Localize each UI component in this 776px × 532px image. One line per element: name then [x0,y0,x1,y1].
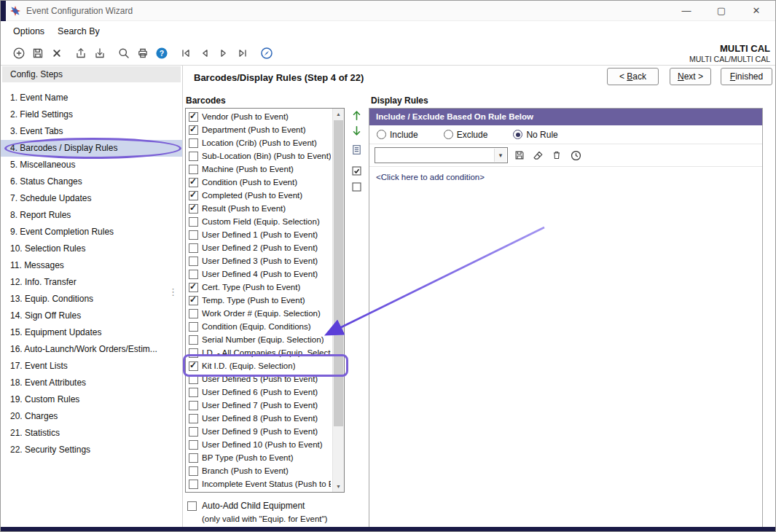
display-rule-radio[interactable]: Exclude [444,130,488,140]
barcode-checkbox[interactable] [189,388,198,397]
sidebar-step-item[interactable]: 4. Barcodes / Display Rules [1,140,182,157]
barcode-checkbox[interactable] [189,361,198,371]
barcode-checkbox[interactable] [189,348,198,358]
radio-circle[interactable] [377,130,386,139]
sidebar-step-item[interactable]: 21. Statistics [1,425,182,442]
uncheck-all-icon[interactable] [350,181,363,193]
barcode-checkbox[interactable] [189,230,198,240]
sidebar-step-item[interactable]: 12. Info. Transfer [1,274,182,291]
move-up-icon[interactable] [350,109,363,122]
barcode-list-item[interactable]: Machine (Push to Event) [187,163,331,176]
barcode-list-item[interactable]: User Defined 1 (Push to Event) [187,228,331,241]
notes-icon[interactable] [350,144,363,156]
add-icon[interactable] [9,44,28,63]
barcode-list-item[interactable]: User Defined 9 (Push to Event) [187,425,331,438]
delete-icon[interactable] [47,44,66,63]
rule-history-clock-icon[interactable] [569,149,582,162]
barcode-list-item[interactable]: Department (Push to Event) [187,123,331,136]
next-record-icon[interactable] [214,44,233,63]
barcode-checkbox[interactable] [189,270,198,279]
help-icon[interactable]: ? [152,44,171,63]
auto-add-checkbox[interactable] [187,501,197,511]
barcode-checkbox[interactable] [189,112,198,122]
back-button[interactable]: < Back [607,68,659,85]
sidebar-step-item[interactable]: 19. Custom Rules [1,391,182,408]
barcode-checkbox[interactable] [189,125,198,135]
barcode-checkbox[interactable] [189,217,198,227]
import-icon[interactable] [90,44,109,63]
barcode-checkbox[interactable] [189,480,198,489]
barcode-checkbox[interactable] [189,152,198,161]
barcode-checkbox[interactable] [189,204,198,214]
maximize-button[interactable]: ▢ [704,1,739,21]
barcode-list-item[interactable]: Condition (Push to Event) [187,176,331,189]
splitter-handle[interactable]: ⋮ [168,286,178,297]
barcode-list-item[interactable]: Cert. Type (Push to Event) [187,281,331,294]
sidebar-step-item[interactable]: 2. Field Settings [1,106,182,123]
sidebar-step-item[interactable]: 6. Status Changes [1,173,182,190]
sidebar-step-item[interactable]: 20. Charges [1,408,182,425]
barcode-checkbox[interactable] [189,440,198,450]
sidebar-step-item[interactable]: 3. Event Tabs [1,123,182,140]
barcode-checkbox[interactable] [189,138,198,148]
sidebar-step-item[interactable]: 5. Miscellaneous [1,157,182,173]
sidebar-step-item[interactable]: 15. Equipment Updates [1,324,182,341]
scrollbar-down-icon[interactable]: ▼ [333,481,344,492]
next-button[interactable]: Next > [670,68,711,85]
barcode-list-item[interactable]: Work Order # (Equip. Selection) [187,307,331,320]
barcode-list-item[interactable]: User Defined 5 (Push to Event) [187,372,331,386]
barcode-list-item[interactable]: User Defined 10 (Push to Event) [187,438,331,451]
barcode-checkbox[interactable] [189,322,198,332]
print-icon[interactable] [133,44,152,63]
barcode-list-scrollbar[interactable]: ▲ ▼ [332,109,344,492]
barcode-checkbox[interactable] [189,335,198,345]
sidebar-step-item[interactable]: 22. Security Settings [1,442,182,458]
export-icon[interactable] [71,44,90,63]
search-icon[interactable] [114,44,133,63]
barcode-list-item[interactable]: BP Type (Push to Event) [187,451,331,464]
rule-save-icon[interactable] [513,149,526,162]
barcode-list-item[interactable]: I.D. - All Companies (Equip. Selection) [187,346,331,359]
barcode-list-item[interactable]: Location (Crib) (Push to Event) [187,136,331,149]
barcode-list-item[interactable]: Branch (Push to Event) [187,464,331,477]
barcode-list-item[interactable]: Serial Number (Equip. Selection) [187,333,331,346]
barcode-checkbox[interactable] [189,178,198,187]
sidebar-step-item[interactable]: 1. Event Name [1,90,182,106]
barcode-checkbox[interactable] [189,414,198,423]
radio-circle[interactable] [513,130,522,139]
menu-options[interactable]: Options [7,23,51,39]
rule-trash-icon[interactable] [550,149,563,162]
sidebar-step-item[interactable]: 11. Messages [1,257,182,274]
barcode-list-item[interactable]: Result (Push to Event) [187,202,331,215]
barcode-list-item[interactable]: Custom Field (Equip. Selection) [187,215,331,228]
barcode-checkbox[interactable] [189,243,198,253]
sidebar-step-item[interactable]: 7. Schedule Updates [1,190,182,207]
barcode-checkbox[interactable] [189,283,198,292]
barcode-checkbox[interactable] [189,309,198,318]
sidebar-step-item[interactable]: 16. Auto-Launch/Work Orders/Estim... [1,341,182,358]
radio-circle[interactable] [444,130,453,139]
auto-add-child-equipment[interactable]: Auto-Add Child Equipment [187,501,305,511]
barcode-checkbox[interactable] [189,401,198,410]
sidebar-step-item[interactable]: 10. Selection Rules [1,240,182,257]
rule-eraser-icon[interactable] [531,149,544,162]
move-down-icon[interactable] [350,125,363,137]
barcode-checkbox[interactable] [189,375,198,384]
check-all-icon[interactable] [350,165,363,177]
sidebar-step-item[interactable]: 18. Event Attributes [1,375,182,391]
barcode-list-item[interactable]: Vendor (Push to Event) [187,110,331,123]
minimize-button[interactable]: — [669,1,704,21]
barcode-list-item[interactable]: User Defined 8 (Push to Event) [187,412,331,425]
sidebar-step-item[interactable]: 8. Report Rules [1,207,182,224]
previous-record-icon[interactable] [195,44,214,63]
barcode-checkbox[interactable] [189,191,198,200]
scrollbar-up-icon[interactable]: ▲ [333,109,344,120]
barcode-list-item[interactable]: User Defined 2 (Push to Event) [187,241,331,254]
barcode-checkbox[interactable] [189,257,198,266]
barcode-list-item[interactable]: User Defined 6 (Push to Event) [187,386,331,399]
sidebar-step-item[interactable]: 9. Event Completion Rules [1,224,182,240]
barcode-list-item[interactable]: Kit I.D. (Equip. Selection) [187,359,331,372]
barcode-list-item[interactable]: Completed (Push to Event) [187,189,331,202]
barcode-list-item[interactable]: Incomplete Event Status (Push to Even [187,477,331,490]
rule-combo[interactable]: ▾ [375,147,508,163]
